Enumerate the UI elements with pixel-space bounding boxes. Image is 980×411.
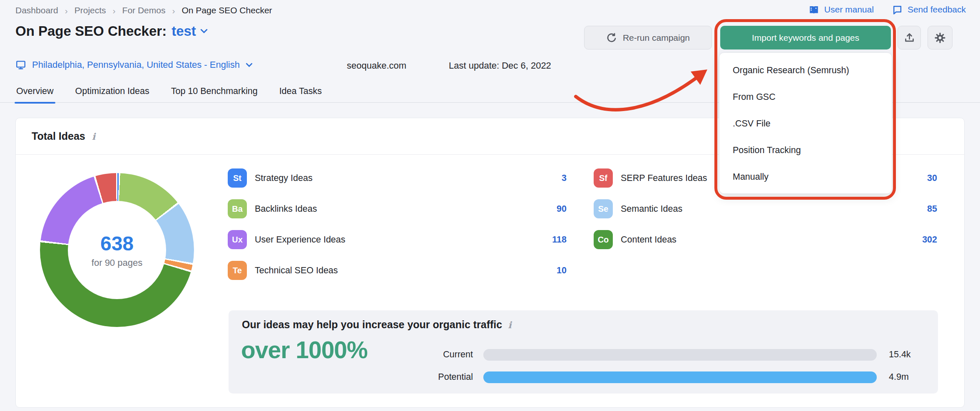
import-keywords-button[interactable]: Import keywords and pages — [720, 26, 891, 50]
idea-row-user-experience[interactable]: Ux User Experience Ideas 118 — [228, 230, 567, 249]
idea-value[interactable]: 3 — [562, 173, 567, 183]
current-traffic-row: Current 15.4k — [229, 349, 938, 361]
current-traffic-bar — [483, 349, 877, 361]
user-manual-label: User manual — [824, 5, 874, 15]
idea-value[interactable]: 90 — [557, 204, 567, 214]
idea-label: User Experience Ideas — [255, 235, 346, 245]
tab-top10-benchmarking[interactable]: Top 10 Benchmarking — [170, 84, 259, 103]
tab-overview[interactable]: Overview — [15, 84, 55, 103]
idea-row-strategy[interactable]: St Strategy Ideas 3 — [228, 168, 567, 188]
traffic-title-row: Our ideas may help you increase your org… — [242, 319, 512, 331]
tab-optimization-ideas[interactable]: Optimization Ideas — [75, 84, 150, 103]
current-value: 15.4k — [889, 349, 911, 360]
total-ideas-donut-chart: 638 for 90 pages — [40, 173, 194, 327]
donut-center: 638 for 90 pages — [68, 201, 166, 299]
rerun-campaign-label: Re-run campaign — [623, 33, 690, 43]
total-ideas-count: 638 — [100, 232, 134, 255]
idea-label: Technical SEO Ideas — [255, 265, 338, 276]
potential-traffic-row: Potential 4.9m — [229, 371, 938, 384]
settings-button[interactable] — [928, 26, 953, 50]
upload-icon — [904, 32, 915, 43]
chevron-right-icon: › — [113, 6, 116, 16]
semantic-badge: Se — [594, 199, 613, 218]
content-badge: Co — [594, 230, 613, 249]
organic-traffic-panel: Our ideas may help you increase your org… — [229, 310, 938, 394]
traffic-title: Our ideas may help you increase your org… — [242, 319, 502, 331]
idea-label: Content Ideas — [621, 235, 677, 245]
send-feedback-link[interactable]: Send feedback — [892, 5, 966, 15]
serp-badge: Sf — [594, 168, 613, 188]
page-title-row: On Page SEO Checker: test — [15, 23, 208, 39]
idea-label: Backlinks Ideas — [255, 204, 317, 214]
idea-value[interactable]: 85 — [927, 204, 937, 214]
potential-traffic-bar — [483, 371, 877, 383]
menu-item-organic-research[interactable]: Organic Research (Semrush) — [719, 57, 892, 84]
breadcrumb-current-page: On Page SEO Checker — [182, 5, 272, 15]
idea-value[interactable]: 118 — [552, 235, 567, 245]
idea-row-backlinks[interactable]: Ba Backlinks Ideas 90 — [228, 199, 567, 218]
idea-label: Strategy Ideas — [255, 173, 313, 183]
on-page-seo-checker-screen: Dashboard › Projects › For Demos › On Pa… — [0, 0, 980, 411]
ux-badge: Ux — [228, 230, 247, 249]
strategy-badge: St — [228, 168, 247, 188]
idea-label: SERP Features Ideas — [621, 173, 707, 183]
import-keywords-label: Import keywords and pages — [752, 33, 859, 43]
chevron-right-icon: › — [65, 6, 68, 16]
potential-label: Potential — [410, 372, 473, 382]
campaign-domain: seoquake.com — [347, 60, 406, 71]
card-title: Total Ideas — [32, 130, 85, 142]
page-title: On Page SEO Checker: — [15, 23, 167, 39]
send-feedback-label: Send feedback — [908, 5, 966, 15]
chevron-down-icon — [200, 29, 208, 34]
menu-item-position-tracking[interactable]: Position Tracking — [719, 137, 892, 163]
location-selector[interactable]: Philadelphia, Pennsylvania, United State… — [15, 59, 253, 70]
info-icon[interactable]: i — [92, 131, 95, 142]
rerun-campaign-button[interactable]: Re-run campaign — [584, 26, 712, 50]
breadcrumb: Dashboard › Projects › For Demos › On Pa… — [15, 5, 272, 16]
menu-item-manually[interactable]: Manually — [719, 163, 892, 190]
idea-value[interactable]: 30 — [927, 173, 937, 183]
campaign-name: test — [172, 23, 196, 39]
tab-idea-tasks[interactable]: Idea Tasks — [279, 84, 323, 103]
technical-badge: Te — [228, 261, 247, 280]
idea-value[interactable]: 10 — [557, 265, 567, 276]
info-icon[interactable]: i — [508, 319, 511, 330]
menu-item-from-gsc[interactable]: From GSC — [719, 84, 892, 110]
chevron-down-icon — [246, 63, 253, 67]
last-update-text: Last update: Dec 6, 2022 — [449, 60, 551, 71]
breadcrumb-dashboard[interactable]: Dashboard — [15, 5, 58, 15]
idea-label: Semantic Ideas — [621, 204, 682, 214]
total-ideas-pages: for 90 pages — [92, 257, 142, 268]
breadcrumb-for-demos[interactable]: For Demos — [122, 5, 166, 15]
user-manual-link[interactable]: User manual — [808, 4, 874, 15]
idea-row-semantic[interactable]: Se Semantic Ideas 85 — [594, 199, 937, 218]
chevron-right-icon: › — [172, 6, 175, 16]
idea-row-technical-seo[interactable]: Te Technical SEO Ideas 10 — [228, 261, 567, 280]
current-label: Current — [410, 349, 473, 360]
idea-row-content[interactable]: Co Content Ideas 302 — [594, 230, 937, 249]
campaign-selector[interactable]: test — [172, 23, 208, 39]
export-button[interactable] — [898, 26, 921, 50]
import-dropdown-menu: Organic Research (Semrush) From GSC .CSV… — [719, 52, 892, 194]
potential-value: 4.9m — [889, 372, 909, 382]
menu-item-csv-file[interactable]: .CSV File — [719, 110, 892, 137]
location-label: Philadelphia, Pennsylvania, United State… — [32, 59, 240, 70]
backlinks-badge: Ba — [228, 199, 247, 218]
feedback-bubble-icon — [892, 5, 903, 15]
refresh-icon — [606, 32, 617, 43]
idea-value[interactable]: 302 — [922, 235, 937, 245]
header-links: User manual Send feedback — [808, 4, 966, 15]
book-icon — [808, 4, 819, 15]
device-monitor-icon — [15, 59, 26, 70]
breadcrumb-projects[interactable]: Projects — [75, 5, 106, 15]
gear-icon — [934, 32, 946, 44]
